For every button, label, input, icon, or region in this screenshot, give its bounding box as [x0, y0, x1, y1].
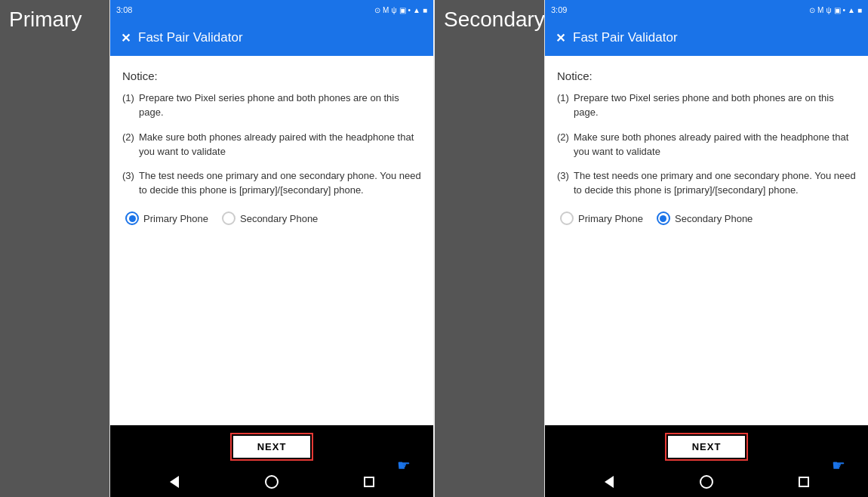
right-radio-primary-circle: [560, 211, 574, 225]
left-back-icon: [170, 476, 179, 488]
left-phone-frame: 3:08 ⊙ M ψ ▣ • ▲ ■ ✕ Fast Pair Validator…: [109, 0, 433, 497]
left-notice-text-2: Make sure both phones already paired wit…: [139, 131, 421, 159]
right-next-button[interactable]: NEXT: [668, 436, 746, 458]
left-status-icons: ⊙ M ψ ▣ • ▲ ■: [374, 6, 427, 14]
left-next-btn-wrapper: NEXT: [230, 433, 314, 461]
right-icon-battery: ■: [857, 6, 862, 14]
right-phone-frame: 3:09 ⊙ M ψ ▣ • ▲ ■ ✕ Fast Pair Validator…: [544, 0, 868, 497]
left-app-title: Fast Pair Validator: [138, 30, 243, 45]
right-radio-group: Primary Phone Secondary Phone: [557, 211, 856, 225]
right-icon-m: M: [817, 6, 823, 14]
right-recents-icon: [799, 477, 809, 487]
left-home-icon: [265, 475, 279, 489]
right-close-button[interactable]: ✕: [556, 31, 565, 45]
right-nav-buttons: [545, 465, 868, 497]
right-notice-num-2: (2): [557, 131, 574, 159]
left-status-bar: 3:08 ⊙ M ψ ▣ • ▲ ■: [110, 0, 433, 20]
left-back-button[interactable]: [162, 470, 186, 494]
left-nav-buttons: [110, 465, 433, 497]
left-phone-container: Primary 3:08 ⊙ M ψ ▣ • ▲ ■ ✕ Fast Pair V…: [0, 0, 433, 497]
left-notice-num-1: (1): [122, 91, 139, 120]
right-back-button[interactable]: [597, 470, 621, 494]
right-recents-button[interactable]: [792, 470, 816, 494]
left-radio-primary-circle: [125, 211, 139, 225]
left-label-panel: Primary: [0, 0, 109, 497]
left-notice-item-3: (3) The test needs one primary and one s…: [122, 169, 421, 198]
right-icon-dot: •: [843, 6, 846, 14]
right-radio-primary[interactable]: Primary Phone: [560, 211, 643, 225]
right-app-title: Fast Pair Validator: [573, 30, 678, 45]
right-status-bar: 3:09 ⊙ M ψ ▣ • ▲ ■: [545, 0, 868, 20]
left-next-area: NEXT: [110, 425, 433, 461]
left-icon-cast: ψ: [391, 6, 396, 14]
right-notice-text-3: The test needs one primary and one secon…: [574, 169, 856, 198]
left-icon-wifi: ▲: [413, 6, 420, 14]
right-label: Secondary: [444, 8, 545, 32]
left-recents-icon: [364, 477, 374, 487]
left-bottom-bar: NEXT ☛: [110, 425, 433, 497]
left-app-bar: ✕ Fast Pair Validator: [110, 20, 433, 56]
left-radio-group: Primary Phone Secondary Phone: [122, 211, 421, 225]
right-notice-item-2: (2) Make sure both phones already paired…: [557, 131, 856, 159]
left-radio-primary-label: Primary Phone: [143, 213, 208, 224]
right-notice-item-1: (1) Prepare two Pixel series phone and b…: [557, 91, 856, 120]
right-icon-wifi: ▲: [848, 6, 855, 14]
right-notice-text-1: Prepare two Pixel series phone and both …: [574, 91, 856, 120]
right-notice-num-3: (3): [557, 169, 574, 198]
right-radio-primary-label: Primary Phone: [578, 213, 643, 224]
right-next-area: NEXT: [545, 425, 868, 461]
right-notice-title: Notice:: [557, 69, 856, 82]
right-notice-text-2: Make sure both phones already paired wit…: [574, 131, 856, 159]
right-app-bar: ✕ Fast Pair Validator: [545, 20, 868, 56]
left-notice-num-2: (2): [122, 131, 139, 159]
left-radio-primary-inner: [129, 215, 136, 222]
left-notice-item-2: (2) Make sure both phones already paired…: [122, 131, 421, 159]
left-notice-list: (1) Prepare two Pixel series phone and b…: [122, 91, 421, 198]
left-notice-item-1: (1) Prepare two Pixel series phone and b…: [122, 91, 421, 120]
left-radio-secondary-label: Secondary Phone: [240, 213, 318, 224]
left-notice-title: Notice:: [122, 69, 421, 82]
right-content: Notice: (1) Prepare two Pixel series pho…: [545, 56, 868, 425]
left-content: Notice: (1) Prepare two Pixel series pho…: [110, 56, 433, 425]
left-icon-dot: •: [408, 6, 411, 14]
right-label-panel: Secondary: [435, 0, 544, 497]
right-notice-item-3: (3) The test needs one primary and one s…: [557, 169, 856, 198]
left-radio-primary[interactable]: Primary Phone: [125, 211, 208, 225]
right-status-time: 3:09: [551, 5, 567, 14]
left-label: Primary: [9, 8, 82, 32]
left-close-button[interactable]: ✕: [121, 31, 131, 45]
right-status-icons: ⊙ M ψ ▣ • ▲ ■: [809, 6, 862, 14]
left-next-button[interactable]: NEXT: [233, 436, 311, 458]
right-back-icon: [605, 476, 614, 488]
right-radio-secondary-circle: [657, 211, 670, 225]
left-icon-screenshot: ▣: [399, 6, 406, 14]
right-radio-secondary[interactable]: Secondary Phone: [657, 211, 753, 225]
left-notice-text-1: Prepare two Pixel series phone and both …: [139, 91, 421, 120]
right-bottom-bar: NEXT ☛: [545, 425, 868, 497]
right-phone-container: Secondary 3:09 ⊙ M ψ ▣ • ▲ ■ ✕ Fast Pair…: [435, 0, 868, 497]
left-radio-secondary-circle: [222, 211, 235, 225]
left-recents-button[interactable]: [357, 470, 381, 494]
right-home-icon: [700, 475, 713, 489]
right-radio-secondary-inner: [660, 215, 666, 222]
left-icon-sim: ⊙: [374, 6, 380, 14]
right-notice-list: (1) Prepare two Pixel series phone and b…: [557, 91, 856, 198]
left-notice-text-3: The test needs one primary and one secon…: [139, 169, 421, 198]
left-notice-num-3: (3): [122, 169, 139, 198]
right-notice-num-1: (1): [557, 91, 574, 120]
left-status-time: 3:08: [116, 5, 132, 14]
left-icon-m: M: [383, 6, 389, 14]
right-icon-screenshot: ▣: [834, 6, 841, 14]
left-icon-battery: ■: [423, 6, 427, 14]
left-home-button[interactable]: [260, 470, 284, 494]
left-radio-secondary[interactable]: Secondary Phone: [222, 211, 318, 225]
right-icon-cast: ψ: [826, 6, 831, 14]
right-home-button[interactable]: [694, 470, 719, 494]
right-next-btn-wrapper: NEXT: [665, 433, 749, 461]
right-icon-sim: ⊙: [809, 6, 815, 14]
right-radio-secondary-label: Secondary Phone: [675, 213, 753, 224]
